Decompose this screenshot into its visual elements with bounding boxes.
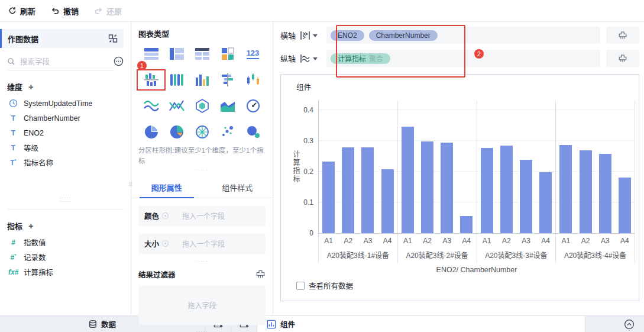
y-axis-filter-button[interactable] (606, 50, 639, 67)
table-icon (144, 47, 159, 60)
x-axis-pill[interactable]: ChamberNumber (369, 30, 438, 41)
view-all-data-checkbox[interactable]: 查看所有数据 (296, 280, 353, 291)
charttype-radar[interactable] (189, 97, 215, 115)
bar[interactable] (539, 172, 552, 233)
step-badge-1: 1 (137, 61, 147, 70)
y-axis-pill[interactable]: 计算指标聚合 (331, 53, 390, 64)
property-gear-icon[interactable] (162, 240, 169, 247)
x-axis-label: 横轴 (280, 30, 299, 41)
filter-resize-handle[interactable]: ····· (138, 259, 266, 263)
charttype-stream[interactable] (138, 97, 164, 115)
bar[interactable] (500, 146, 513, 233)
chart-type-grid: 123 1 (138, 45, 266, 141)
charttype-partition-column[interactable]: 1 (138, 71, 164, 89)
checkbox-box (296, 282, 305, 290)
property-dropzone-color[interactable]: 颜色拖入一个字段 (138, 206, 266, 226)
charttype-bidirectional-bar[interactable] (215, 71, 240, 89)
charttype-scatter[interactable] (215, 123, 240, 141)
charttype-number-card[interactable]: 123 (240, 45, 266, 63)
property-placeholder: 拖入一个字段 (182, 238, 225, 249)
dimension-field-item[interactable]: T等级 (0, 140, 131, 155)
property-dropzone-size[interactable]: 大小拖入一个字段 (138, 234, 266, 254)
x-tick-label: A4 (539, 237, 552, 248)
bar-group (477, 101, 556, 233)
collapse-chevron-up-icon[interactable] (624, 319, 635, 330)
charttype-table[interactable] (138, 45, 164, 63)
charttype-pie[interactable] (138, 123, 164, 141)
undo-button[interactable]: 撤销 (51, 5, 79, 17)
database-icon (89, 320, 97, 328)
refresh-button[interactable]: 刷新 (8, 5, 35, 17)
charttype-rose[interactable] (189, 123, 215, 141)
bar[interactable] (381, 169, 394, 233)
text-field-icon: T (8, 129, 18, 137)
measure-field-item[interactable]: fx#计算指标 (0, 265, 131, 279)
component-panel[interactable]: 组件 计算指标 00.10.20.30.4 A1A2A3A4A1A2A3A4A1… (280, 74, 639, 301)
add-dimension-button[interactable]: + (28, 82, 34, 92)
filter-brush-icon[interactable] (255, 269, 266, 279)
bar[interactable] (361, 147, 374, 233)
bar[interactable] (619, 178, 631, 233)
x-axis-filter-button[interactable] (606, 27, 639, 44)
dimension-field-item[interactable]: SystemUpdatedTime (0, 96, 131, 111)
bar[interactable] (520, 160, 532, 233)
bar[interactable] (322, 162, 335, 233)
chart-type-description: 分区柱形图:建议至少1个维度，至少1个指标 (138, 146, 266, 167)
x-tick-group: A1A2A3A4 (319, 234, 398, 248)
charttype-quadrant[interactable] (215, 45, 240, 63)
y-axis-type-select[interactable] (299, 53, 326, 64)
charttype-table-left[interactable] (164, 45, 189, 63)
bar[interactable] (421, 141, 433, 233)
component-title: 组件 (296, 81, 311, 92)
refresh-icon (8, 7, 17, 15)
resize-handle-horizontal[interactable]: ·········· (0, 196, 131, 203)
result-filter-dropzone[interactable]: 拖入字段 (138, 286, 266, 325)
x-tick-label: A3 (599, 237, 611, 248)
charttype-bar-mixed[interactable] (189, 71, 215, 89)
x-axis-dropzone[interactable]: ENO2ChamberNumber (326, 27, 600, 44)
search-field[interactable]: 搜索字段 (7, 53, 114, 70)
dimension-field-item[interactable]: T*指标名称 (0, 155, 131, 170)
tab-component-style[interactable]: 组件样式 (202, 176, 273, 198)
x-axis-type-select[interactable] (299, 30, 326, 41)
y-axis-filter-icon (618, 54, 627, 63)
charttype-line[interactable] (164, 97, 189, 115)
panel-resize-handle[interactable]: ····· (138, 168, 266, 172)
number-star-field-icon: #* (8, 253, 18, 262)
bar[interactable] (402, 127, 414, 233)
bar[interactable] (460, 216, 473, 233)
number-card-icon: 123 (247, 49, 260, 59)
charttype-column[interactable] (164, 71, 189, 89)
measure-field-item[interactable]: #*记录数 (0, 250, 131, 265)
tab-component[interactable]: 组件 (257, 316, 585, 332)
bar[interactable] (559, 145, 572, 233)
add-measure-button[interactable]: + (28, 221, 34, 231)
dimension-field-item[interactable]: TENO2 (0, 125, 131, 140)
x-tick-label: A3 (361, 237, 374, 248)
x-axis-pill[interactable]: ENO2 (331, 30, 364, 41)
tab-graph-properties[interactable]: 图形属性 (131, 176, 202, 198)
property-gear-icon[interactable] (162, 212, 169, 219)
charttype-area[interactable] (215, 97, 240, 115)
y-axis-dropzone[interactable]: 计算指标聚合 (326, 50, 600, 67)
group-name-label: A20装配3线-4#设备 (556, 248, 635, 263)
charttype-donut[interactable] (164, 123, 189, 141)
bar[interactable] (580, 150, 592, 233)
bar[interactable] (599, 154, 611, 233)
charttype-range-column[interactable] (240, 71, 266, 89)
x-tick-group: A1A2A3A4 (477, 234, 556, 248)
charttype-table-top[interactable] (189, 45, 215, 63)
bar[interactable] (342, 147, 354, 233)
charttype-bubble[interactable] (240, 123, 266, 141)
bottom-resize-handle[interactable]: ····· (138, 330, 266, 332)
bar[interactable] (481, 148, 493, 233)
more-options-icon[interactable] (114, 56, 124, 66)
dimension-field-item[interactable]: TChamberNumber (0, 111, 131, 125)
bar[interactable] (441, 143, 453, 233)
charttype-gauge[interactable] (240, 97, 266, 115)
measures-list: #指数值#*记录数fx#计算指标 (0, 235, 131, 279)
bar-group (398, 101, 477, 233)
redo-button[interactable]: 还原 (94, 5, 122, 17)
switch-dataset-icon[interactable] (108, 34, 118, 43)
measure-field-item[interactable]: #指数值 (0, 235, 131, 250)
